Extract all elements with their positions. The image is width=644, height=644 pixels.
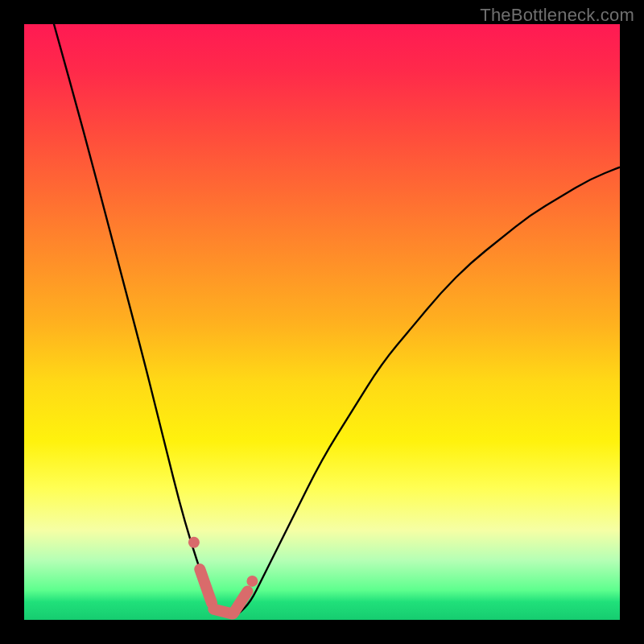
chart-frame: TheBottleneck.com bbox=[0, 0, 644, 644]
curve-line bbox=[24, 24, 620, 617]
plot-area bbox=[24, 24, 620, 620]
min-marker-dot bbox=[246, 576, 258, 587]
min-marker-dot bbox=[188, 537, 200, 548]
bottleneck-curve bbox=[24, 24, 620, 617]
min-marker-segment bbox=[200, 569, 212, 603]
min-marker-segment bbox=[234, 592, 248, 613]
curve-layer bbox=[24, 24, 620, 620]
watermark-text: TheBottleneck.com bbox=[480, 5, 634, 26]
minimum-markers bbox=[188, 537, 258, 614]
